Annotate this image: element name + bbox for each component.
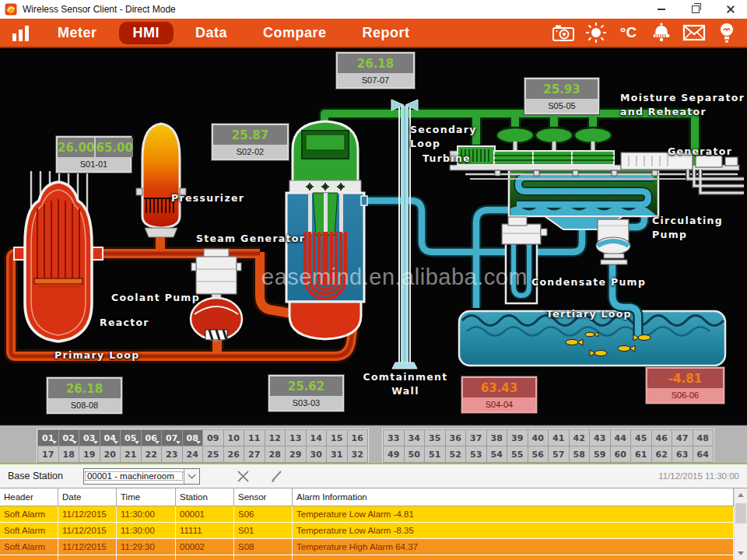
channel-cell-52[interactable]: 52 [446, 446, 466, 462]
channel-cell-35[interactable]: 35 [425, 430, 445, 446]
close-x-icon [237, 470, 250, 483]
channel-cell-16[interactable]: 16 [348, 430, 368, 446]
chevron-down-icon[interactable] [184, 469, 199, 484]
channel-cell-29[interactable]: 29 [286, 446, 306, 462]
clear-selection-button[interactable] [233, 466, 254, 486]
channel-cell-60[interactable]: 60 [611, 446, 631, 462]
channel-cell-61[interactable]: 61 [631, 446, 651, 462]
sensor-box-S01-01: 26.0065.00S01-01 [56, 136, 132, 173]
channel-cell-13[interactable]: 13 [286, 430, 306, 446]
channel-cell-39[interactable]: 39 [507, 430, 528, 446]
sensor-box-S08-08: 26.18S08-08 [47, 377, 122, 414]
channel-cell-17[interactable]: 17 [38, 446, 58, 462]
channel-cell-07[interactable]: 07 [162, 430, 182, 446]
channel-cell-03[interactable]: 03 [79, 430, 100, 446]
channel-cell-09[interactable]: 09 [203, 430, 223, 446]
channel-cell-57[interactable]: 57 [549, 446, 569, 462]
channel-cell-12[interactable]: 12 [265, 430, 286, 446]
scroll-down-button[interactable] [735, 547, 747, 560]
channel-cell-49[interactable]: 49 [384, 446, 404, 462]
channel-cell-56[interactable]: 56 [528, 446, 549, 462]
channel-cell-64[interactable]: 64 [693, 446, 714, 462]
restore-icon [692, 5, 700, 13]
restore-button[interactable] [679, 0, 713, 19]
mail-icon[interactable] [681, 22, 707, 44]
channel-cell-02[interactable]: 02 [59, 430, 79, 446]
brightness-icon[interactable] [583, 22, 608, 44]
channel-cell-41[interactable]: 41 [549, 430, 569, 446]
scroll-up-button[interactable] [735, 488, 747, 502]
alarm-row[interactable] [0, 555, 734, 560]
channel-cell-14[interactable]: 14 [307, 430, 327, 446]
channel-cell-32[interactable]: 32 [348, 446, 368, 462]
scrollbar-thumb[interactable] [735, 503, 746, 523]
channel-cell-28[interactable]: 28 [265, 446, 286, 462]
alarm-bell-icon[interactable] [648, 22, 674, 44]
channel-cell-48[interactable]: 48 [693, 430, 714, 446]
channel-cell-43[interactable]: 43 [590, 430, 610, 446]
channel-cell-10[interactable]: 10 [224, 430, 244, 446]
channel-cell-15[interactable]: 15 [327, 430, 347, 446]
channel-cell-51[interactable]: 51 [425, 446, 445, 462]
channel-cell-40[interactable]: 40 [528, 430, 549, 446]
alarm-row[interactable]: Soft Alarm11/12/201511:30:0011111S01Temp… [0, 523, 734, 539]
channel-cell-36[interactable]: 36 [446, 430, 466, 446]
table-scrollbar[interactable] [734, 488, 747, 560]
channel-row: 49505152535455565758596061626364 [384, 446, 713, 462]
channel-cell-38[interactable]: 38 [487, 430, 507, 446]
channel-cell-27[interactable]: 27 [244, 446, 265, 462]
channel-cell-20[interactable]: 20 [100, 446, 121, 462]
channel-cell-46[interactable]: 46 [652, 430, 672, 446]
channel-cell-54[interactable]: 54 [487, 446, 507, 462]
diagram-label: Circulating Pump [652, 214, 747, 242]
menu-item-compare[interactable]: Compare [249, 22, 341, 44]
channel-cell-55[interactable]: 55 [507, 446, 528, 462]
sensor-values: 25.93 [526, 79, 598, 99]
sensor-box-S06-06: -4.81S06-06 [646, 367, 724, 404]
close-button[interactable] [713, 0, 747, 19]
bulb-icon[interactable] [714, 22, 739, 44]
menu-item-report[interactable]: Report [349, 22, 424, 44]
channel-cell-44[interactable]: 44 [611, 430, 631, 446]
channel-cell-37[interactable]: 37 [466, 430, 486, 446]
channel-cell-05[interactable]: 05 [121, 430, 141, 446]
alarm-row[interactable]: Soft Alarm11/12/201511:29:3000002S08Temp… [0, 539, 734, 555]
channel-cell-19[interactable]: 19 [79, 446, 100, 462]
channel-cell-06[interactable]: 06 [142, 430, 162, 446]
channel-cell-59[interactable]: 59 [590, 446, 610, 462]
channel-cell-23[interactable]: 23 [162, 446, 182, 462]
channel-cell-58[interactable]: 58 [570, 446, 590, 462]
channel-cell-01[interactable]: 01 [38, 430, 58, 446]
channel-cell-63[interactable]: 63 [672, 446, 693, 462]
channel-cell-18[interactable]: 18 [59, 446, 79, 462]
sensor-station-label: S06-06 [647, 388, 723, 402]
channel-cell-26[interactable]: 26 [224, 446, 244, 462]
camera-icon[interactable] [550, 22, 576, 44]
channel-cell-08[interactable]: 08 [183, 430, 203, 446]
channel-cell-34[interactable]: 34 [405, 430, 425, 446]
channel-cell-11[interactable]: 11 [244, 430, 265, 446]
channel-cell-21[interactable]: 21 [121, 446, 141, 462]
minimize-button[interactable] [644, 0, 679, 19]
channel-cell-04[interactable]: 04 [100, 430, 121, 446]
base-station-select[interactable]: 00001 - machineroom [83, 468, 200, 485]
menu-item-data[interactable]: Data [181, 22, 241, 44]
channel-cell-25[interactable]: 25 [203, 446, 223, 462]
celsius-icon[interactable]: °C [615, 22, 641, 44]
channel-cell-50[interactable]: 50 [405, 446, 425, 462]
channel-cell-53[interactable]: 53 [466, 446, 486, 462]
channel-cell-42[interactable]: 42 [570, 430, 590, 446]
channel-cell-30[interactable]: 30 [307, 446, 327, 462]
alarm-row[interactable]: Soft Alarm11/12/201511:30:0000001S06Temp… [0, 506, 734, 523]
channel-cell-24[interactable]: 24 [183, 446, 203, 462]
menu-item-meter[interactable]: Meter [44, 22, 111, 44]
menu-item-hmi[interactable]: HMI [119, 22, 174, 44]
edit-button[interactable] [265, 466, 287, 486]
channel-cell-45[interactable]: 45 [631, 430, 651, 446]
channel-cell-33[interactable]: 33 [384, 430, 404, 446]
channel-cell-62[interactable]: 62 [652, 446, 672, 462]
steam-generator-graphic [286, 121, 367, 339]
channel-cell-31[interactable]: 31 [327, 446, 347, 462]
channel-cell-47[interactable]: 47 [672, 430, 693, 446]
channel-cell-22[interactable]: 22 [142, 446, 162, 462]
